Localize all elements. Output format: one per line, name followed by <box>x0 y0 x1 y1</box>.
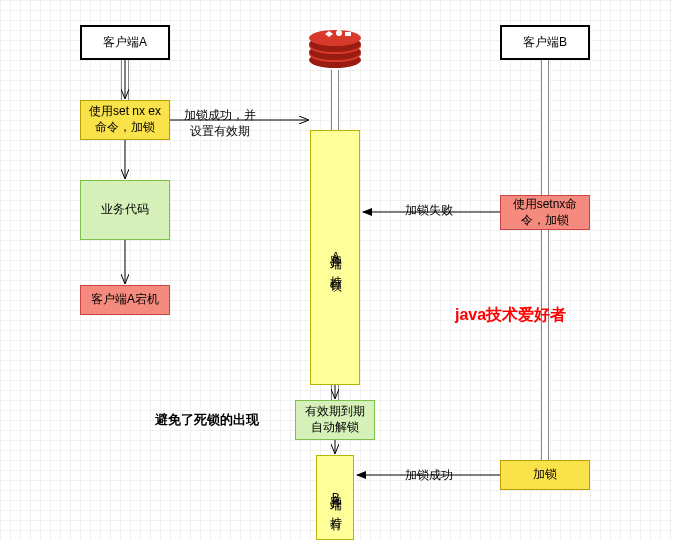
svg-point-7 <box>336 30 342 36</box>
lifeline-client-a <box>121 60 129 100</box>
lifeline-redis <box>331 70 339 130</box>
label-lock-ok: 加锁成功 <box>405 468 453 484</box>
svg-rect-8 <box>345 32 351 36</box>
node-lock-b: 加锁 <box>500 460 590 490</box>
lifeline-redis-2 <box>331 385 339 400</box>
node-bholds: 客户端B持有 <box>316 455 354 540</box>
aholds-label: 客户端A持有锁 <box>327 244 343 272</box>
bizcode-label: 业务代码 <box>101 202 149 218</box>
node-acrash: 客户端A宕机 <box>80 285 170 315</box>
client-a-label: 客户端A <box>103 35 147 51</box>
redis-icon <box>307 22 363 70</box>
node-bizcode: 业务代码 <box>80 180 170 240</box>
node-setnxex: 使用set nx ex命令，加锁 <box>80 100 170 140</box>
lock-b-label: 加锁 <box>533 467 557 483</box>
acrash-label: 客户端A宕机 <box>91 292 159 308</box>
label-lock-fail: 加锁失败 <box>405 203 453 219</box>
expire-label: 有效期到期自动解锁 <box>300 404 370 435</box>
client-b-label: 客户端B <box>523 35 567 51</box>
setnx-b-label: 使用setnx命令，加锁 <box>505 197 585 228</box>
setnxex-label: 使用set nx ex命令，加锁 <box>85 104 165 135</box>
node-aholds: 客户端A持有锁 <box>310 130 360 385</box>
bholds-label: 客户端B持有 <box>327 485 343 511</box>
lifeline-client-b-2 <box>541 230 549 460</box>
node-client-a: 客户端A <box>80 25 170 60</box>
svg-point-5 <box>309 30 361 46</box>
watermark: java技术爱好者 <box>455 305 566 326</box>
label-avoid-deadlock: 避免了死锁的出现 <box>155 412 259 429</box>
node-setnx-b: 使用setnx命令，加锁 <box>500 195 590 230</box>
label-lock-ok-set: 加锁成功，并设置有效期 <box>180 108 260 139</box>
node-client-b: 客户端B <box>500 25 590 60</box>
lifeline-client-b <box>541 60 549 200</box>
node-expire: 有效期到期自动解锁 <box>295 400 375 440</box>
